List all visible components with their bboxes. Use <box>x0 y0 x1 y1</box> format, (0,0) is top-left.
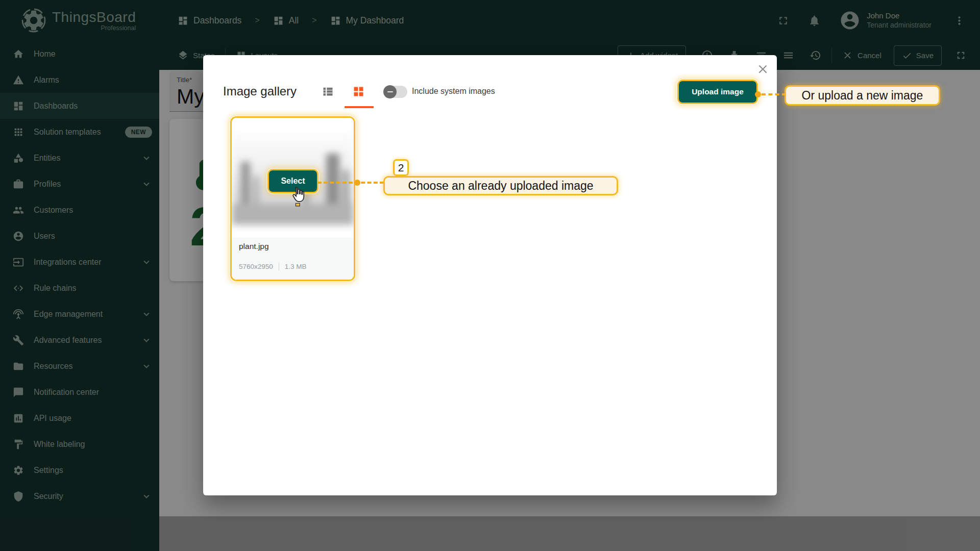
annotation-dot <box>354 180 360 186</box>
include-system-images-toggle[interactable] <box>384 86 407 98</box>
annotation-upload-label: Or upload a new image <box>785 85 940 106</box>
annotation-connector <box>762 93 786 95</box>
dialog-title: Image gallery <box>223 84 297 98</box>
image-filesize: 1.3 MB <box>285 263 307 270</box>
divider <box>279 263 279 270</box>
close-icon[interactable] <box>756 62 770 76</box>
annotation-choose-label: Choose an already uploaded image <box>383 176 618 195</box>
upload-image-button[interactable]: Upload image <box>679 81 756 103</box>
annotation-connector <box>317 182 384 184</box>
image-card[interactable]: Select plant.jpg 5760x2950 1.3 MB <box>230 116 355 281</box>
image-gallery-dialog: Image gallery Include system images Uplo… <box>203 55 777 495</box>
annotation-step-badge: 2 <box>393 159 409 176</box>
toggle-label: Include system images <box>412 87 495 96</box>
image-resolution: 5760x2950 <box>239 263 273 270</box>
image-filename: plant.jpg <box>239 242 269 251</box>
list-view-icon[interactable] <box>321 85 335 98</box>
active-tab-indicator <box>345 106 374 108</box>
image-meta: 5760x2950 1.3 MB <box>239 263 307 270</box>
annotation-dot <box>755 91 761 97</box>
upload-image-highlight: Upload image <box>677 80 758 104</box>
image-card-body: Select plant.jpg 5760x2950 1.3 MB <box>232 118 354 280</box>
thingsboard-app: ThingsBoard Professional Home Alarms Das… <box>0 0 980 551</box>
toggle-thumb <box>383 85 397 98</box>
hand-cursor-icon <box>288 186 307 209</box>
grid-view-icon[interactable] <box>352 85 365 98</box>
